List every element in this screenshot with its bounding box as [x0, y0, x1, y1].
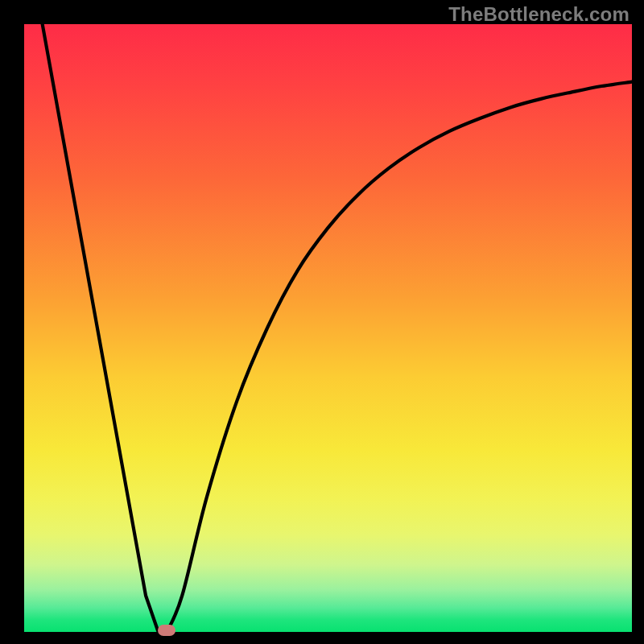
watermark-text: TheBottleneck.com: [448, 3, 630, 26]
chart-frame: TheBottleneck.com: [0, 0, 644, 644]
min-marker: [158, 625, 175, 636]
curve-path: [43, 24, 632, 632]
plot-area: [24, 24, 632, 632]
curve-svg: [24, 24, 632, 632]
